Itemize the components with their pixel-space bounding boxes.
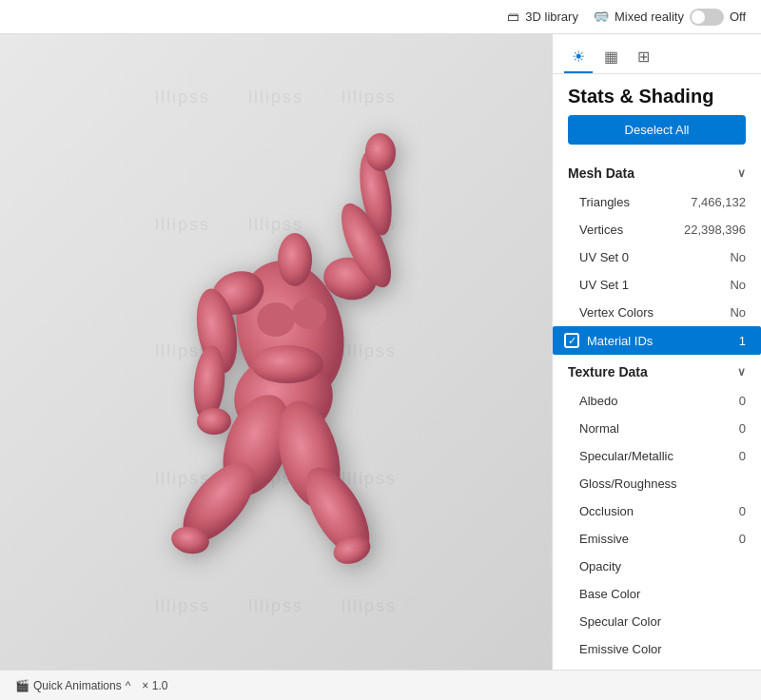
uv-set-0-row: UV Set 0 No (553, 243, 761, 271)
emissive-color-row: Emissive Color (553, 635, 761, 663)
albedo-row: Albedo 0 (553, 387, 761, 415)
texture-data-label: Texture Data (568, 364, 648, 379)
triangles-label: Triangles (579, 195, 691, 209)
animations-label: Quick Animations (33, 679, 122, 692)
deselect-all-button[interactable]: Deselect All (568, 115, 746, 145)
emissive-row: Emissive 0 (553, 525, 761, 553)
normal-row: Normal 0 (553, 415, 761, 442)
emissive-color-label: Emissive Color (579, 642, 746, 656)
mesh-data-chevron[interactable]: ∨ (737, 166, 746, 180)
mixed-reality-item[interactable]: 🥽 Mixed reality Off (594, 9, 746, 26)
panel-tabs: ☀ ▦ ⊞ (553, 34, 761, 74)
normal-label: Normal (579, 421, 739, 436)
mixed-reality-toggle[interactable] (690, 9, 724, 26)
material-ids-row[interactable]: ✓ Material IDs 1 (553, 326, 761, 355)
uv-set-1-row: UV Set 1 No (553, 271, 761, 299)
opacity-row: Opacity (553, 553, 761, 580)
specular-color-label: Specular Color (579, 614, 746, 629)
stats-icon: ▦ (604, 48, 618, 66)
specular-color-row: Specular Color (553, 608, 761, 635)
uv-set-0-value: No (730, 250, 746, 264)
gloss-roughness-label: Gloss/Roughness (579, 476, 746, 491)
panel-title: Stats & Shading (553, 74, 761, 115)
base-color-label: Base Color (579, 587, 746, 601)
panel-scroll[interactable]: Mesh Data ∨ Triangles 7,466,132 Vertices… (553, 156, 761, 670)
vertex-colors-value: No (730, 305, 746, 320)
mesh-data-label: Mesh Data (568, 165, 634, 181)
bottom-bar: 🎬 Quick Animations ^ × 1.0 (0, 670, 761, 700)
specular-metallic-row: Specular/Metallic 0 (553, 442, 761, 470)
normal-value: 0 (739, 421, 746, 436)
mixed-reality-label: Mixed reality (615, 10, 684, 24)
scale-item[interactable]: × 1.0 (142, 679, 167, 692)
mesh-data-header: Mesh Data ∨ (553, 156, 761, 188)
occlusion-value: 0 (739, 504, 746, 518)
gloss-roughness-row: Gloss/Roughness (553, 470, 761, 497)
material-ids-value: 1 (739, 334, 746, 348)
vertices-label: Vertices (579, 223, 684, 237)
vertex-colors-label: Vertex Colors (579, 305, 730, 320)
tab-sun[interactable]: ☀ (564, 42, 593, 73)
emissive-label: Emissive (579, 532, 739, 546)
svg-point-13 (197, 408, 231, 435)
uv-set-1-label: UV Set 1 (579, 278, 730, 292)
tab-grid[interactable]: ⊞ (630, 42, 657, 73)
vertices-value: 22,398,396 (684, 223, 746, 237)
animations-chevron: ^ (126, 679, 131, 692)
viewport[interactable]: lllipsslllipsslllipss lllipsslllipssllli… (0, 34, 552, 670)
grid-icon: ⊞ (637, 48, 650, 66)
svg-point-8 (278, 233, 312, 286)
svg-point-19 (251, 345, 323, 383)
uv-set-0-label: UV Set 0 (579, 250, 730, 264)
albedo-value: 0 (739, 394, 746, 408)
material-ids-checkbox: ✓ (564, 333, 579, 348)
triangles-row: Triangles 7,466,132 (553, 188, 761, 216)
specular-metallic-label: Specular/Metallic (579, 449, 739, 463)
tab-stats[interactable]: ▦ (596, 42, 626, 73)
emissive-value: 0 (739, 532, 746, 546)
sun-icon: ☀ (572, 48, 585, 66)
occlusion-row: Occlusion 0 (553, 497, 761, 525)
base-color-row: Base Color (553, 580, 761, 608)
top-bar: 🗃 3D library 🥽 Mixed reality Off (0, 0, 761, 34)
main-content: lllipsslllipsslllipss lllipsslllipssllli… (0, 34, 761, 670)
uv-set-1-value: No (730, 278, 746, 292)
quick-animations-item[interactable]: 🎬 Quick Animations ^ (15, 679, 130, 692)
triangles-value: 7,466,132 (691, 195, 746, 209)
mixed-reality-icon: 🥽 (594, 10, 609, 24)
library-item[interactable]: 🗃 3D library (507, 10, 578, 24)
library-label: 3D library (525, 10, 578, 24)
3d-model (114, 74, 438, 630)
occlusion-label: Occlusion (579, 504, 739, 518)
toggle-state-label: Off (730, 10, 746, 24)
vertex-colors-row: Vertex Colors No (553, 299, 761, 326)
scale-label: × 1.0 (142, 679, 167, 692)
vertices-row: Vertices 22,398,396 (553, 216, 761, 243)
right-panel: ☀ ▦ ⊞ Stats & Shading Deselect All Mesh … (552, 34, 761, 670)
library-icon: 🗃 (507, 10, 519, 24)
animations-icon: 🎬 (15, 679, 29, 692)
texture-data-chevron[interactable]: ∨ (737, 365, 746, 379)
albedo-label: Albedo (579, 394, 739, 408)
texture-data-header: Texture Data ∨ (553, 355, 761, 387)
specular-metallic-value: 0 (739, 449, 746, 463)
opacity-label: Opacity (579, 559, 746, 574)
material-ids-label: Material IDs (587, 334, 739, 348)
